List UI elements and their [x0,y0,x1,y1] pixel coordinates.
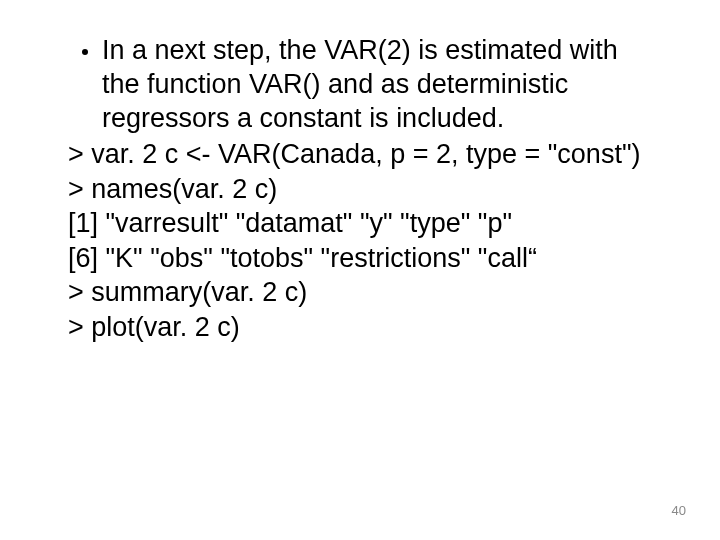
slide-content: In a next step, the VAR(2) is estimated … [0,0,720,345]
code-line-4: [6] "K" "obs" "totobs" "restrictions" "c… [68,241,670,276]
page-number: 40 [672,503,686,518]
bullet-item: In a next step, the VAR(2) is estimated … [82,34,670,135]
bullet-dot-icon [82,49,88,55]
code-line-3: [1] "varresult" "datamat" "y" "type" "p" [68,206,670,241]
bullet-text: In a next step, the VAR(2) is estimated … [102,34,622,135]
code-line-1: > var. 2 c <- VAR(Canada, p = 2, type = … [68,137,670,172]
code-line-6: > plot(var. 2 c) [68,310,670,345]
code-line-5: > summary(var. 2 c) [68,275,670,310]
code-line-2: > names(var. 2 c) [68,172,670,207]
